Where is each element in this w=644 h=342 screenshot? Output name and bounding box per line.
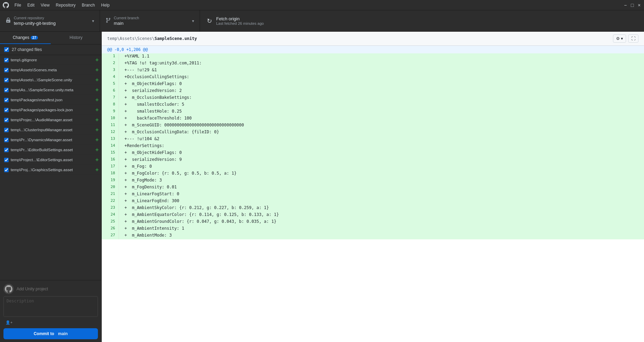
file-checkbox[interactable] [4,158,9,162]
line-content: + m_SceneGUID: 0000000000000000000000000… [119,122,644,129]
menu-repository[interactable]: Repository [53,2,78,8]
file-name: temp\Assets\Scenes.meta [11,68,93,72]
line-number: 26 [102,226,119,232]
branch-name: main [114,21,189,26]
file-checkbox[interactable] [4,168,9,172]
commit-summary-row [3,284,98,294]
file-add-icon: + [95,117,99,123]
line-number: 10 [102,115,119,122]
line-content: + m_Fog: 0 [119,164,644,170]
file-checkbox[interactable] [4,138,9,142]
file-checkbox[interactable] [4,68,9,72]
branch-icon [105,18,111,24]
menu-file[interactable]: File [12,2,24,8]
diff-line: 20+ m_FogDensity: 0.01 [102,184,644,191]
line-number: 15 [102,150,119,157]
line-number: 24 [102,212,119,219]
fetch-title: Fetch origin [216,16,264,21]
current-branch-section[interactable]: Current branch main ▾ [100,10,200,31]
changed-files-count: 27 changed files [12,47,97,52]
list-item[interactable]: temp\As...\SampleScene.unity.meta + [0,85,101,95]
list-item[interactable]: temp\Project...\EditorSettings.asset + [0,155,101,165]
line-content: +OcclusionCullingSettings: [119,74,644,81]
file-list: temp\.gitignore + temp\Assets\Scenes.met… [0,55,101,280]
file-add-icon: + [95,67,99,73]
diff-line: 26+ m_AmbientIntensity: 1 [102,226,644,232]
file-checkbox[interactable] [4,98,9,102]
add-co-author-button[interactable]: 👤+ [3,319,14,326]
select-all-checkbox[interactable] [4,47,9,52]
file-checkbox[interactable] [4,88,9,92]
list-item[interactable]: temp\Assets\Scenes.meta + [0,65,101,75]
current-repository-section[interactable]: Current repository temp-unity-git-testin… [0,10,100,31]
commit-button[interactable]: Commit to main [3,328,98,339]
line-content: + m_OcclusionCullingData: {fileID: 0} [119,129,644,136]
fetch-subtitle: Last fetched 26 minutes ago [216,21,264,25]
diff-line: 5+ m_ObjectHideFlags: 0 [102,81,644,88]
menu-branch[interactable]: Branch [79,2,98,8]
diff-expand-button[interactable]: ⛶ [628,34,638,43]
line-number: 17 [102,164,119,170]
diff-line: 25+ m_AmbientGroundColor: {r: 0.047, g: … [102,219,644,226]
changed-files-header: 27 changed files [0,44,101,55]
file-add-icon: + [95,107,99,113]
main-content: Changes27 History 27 changed files temp\… [0,32,644,342]
diff-line: 19+ m_FogMode: 3 [102,177,644,184]
list-item[interactable]: temp\Assets\...\SampleScene.unity + [0,75,101,85]
branch-chevron-icon: ▾ [192,19,194,23]
diff-line: 17+ m_Fog: 0 [102,164,644,170]
line-content: + m_AmbientMode: 3 [119,232,644,239]
menu-help[interactable]: Help [98,2,112,8]
maximize-button[interactable]: □ [630,3,634,7]
list-item[interactable]: temp\Projec...\AudioManager.asset + [0,115,101,125]
list-item[interactable]: temp\Proj...\GraphicsSettings.asset + [0,165,101,175]
line-content: + m_FogDensity: 0.01 [119,184,644,191]
file-add-icon: + [95,157,99,163]
diff-settings-button[interactable]: ⚙ ▾ [613,34,626,43]
fetch-origin-section[interactable]: ↻ Fetch origin Last fetched 26 minutes a… [200,10,324,31]
line-number: 14 [102,143,119,150]
file-checkbox[interactable] [4,108,9,112]
file-add-icon: + [95,127,99,133]
diff-line: 15+ m_ObjectHideFlags: 0 [102,150,644,157]
line-number: 11 [102,122,119,129]
list-item[interactable]: temp\...\ClusterInputManager.asset + [0,125,101,135]
file-checkbox[interactable] [4,58,9,62]
file-name: temp\Project...\EditorSettings.asset [11,158,93,162]
file-checkbox[interactable] [4,78,9,82]
diff-line: 11+ m_SceneGUID: 00000000000000000000000… [102,122,644,129]
minimize-button[interactable]: − [623,3,627,7]
menu-edit[interactable]: Edit [24,2,37,8]
line-number: 2 [102,60,119,67]
menu-view[interactable]: View [38,2,52,8]
commit-title-input[interactable] [17,287,98,291]
list-item[interactable]: temp\.gitignore + [0,55,101,65]
file-checkbox[interactable] [4,128,9,132]
line-number: 21 [102,191,119,198]
close-button[interactable]: × [637,3,641,7]
line-number: 20 [102,184,119,191]
line-number: 1 [102,53,119,60]
diff-line: 22+ m_LinearFogEnd: 300 [102,198,644,205]
list-item[interactable]: temp\Packages\manifest.json + [0,95,101,105]
line-number: 6 [102,88,119,95]
list-item[interactable]: temp\Pr...\EditorBuildSettings.asset + [0,145,101,155]
file-checkbox[interactable] [4,148,9,152]
commit-button-branch: main [58,331,68,336]
tab-changes[interactable]: Changes27 [0,32,51,44]
diff-header-actions: ⚙ ▾ ⛶ [613,34,638,43]
line-content: +--- !u!29 &1 [119,67,644,74]
titlebar: File Edit View Repository Branch Help − … [0,0,644,10]
add-person-icon: 👤+ [6,320,12,325]
list-item[interactable]: temp\Packages\packages-lock.json + [0,105,101,115]
refresh-icon: ↻ [207,17,212,25]
file-add-icon: + [95,147,99,153]
diff-line: 10+ backfaceThreshold: 100 [102,115,644,122]
diff-line: 12+ m_OcclusionCullingData: {fileID: 0} [102,129,644,136]
line-content: + m_AmbientGroundColor: {r: 0.047, g: 0.… [119,219,644,226]
file-checkbox[interactable] [4,118,9,122]
repo-chevron-icon: ▾ [92,19,94,23]
description-input[interactable] [3,296,98,317]
tab-history[interactable]: History [51,32,101,44]
list-item[interactable]: temp\Pr...\DynamicsManager.asset + [0,135,101,145]
